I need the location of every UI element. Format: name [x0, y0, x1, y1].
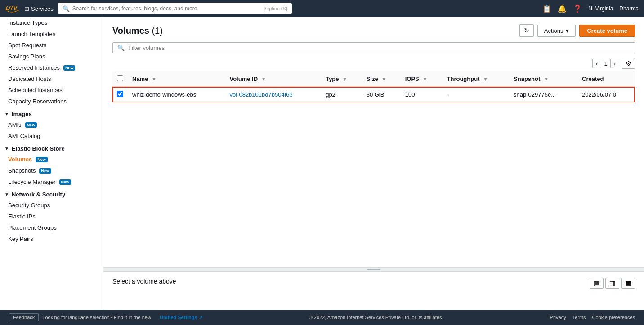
cell-name: whiz-demo-windows-ebs [128, 87, 225, 102]
bell-icon[interactable]: 🔔 [558, 4, 567, 13]
sidebar-item-capacity-reservations[interactable]: Capacity Reservations [0, 96, 103, 107]
footer: Feedback Looking for language selection?… [0, 310, 644, 325]
cookie-link[interactable]: Cookie preferences [592, 315, 635, 320]
top-navigation: ⊞ Services 🔍 [Option+S] 📋 🔔 ❓ N. Virgini… [0, 0, 644, 17]
sidebar-item-lifecycle-manager[interactable]: Lifecycle ManagerNew [0, 176, 103, 187]
select-all-checkbox[interactable] [117, 75, 123, 81]
feedback-button[interactable]: Feedback [9, 313, 39, 321]
nav-right: 📋 🔔 ❓ N. Virginia Dharma [542, 4, 639, 13]
col-created[interactable]: Created [577, 71, 635, 87]
search-shortcut: [Option+S] [264, 6, 287, 11]
services-menu[interactable]: ⊞ Services [24, 5, 54, 12]
table-row[interactable]: whiz-demo-windows-ebsvol-082b101bd7b504f… [112, 87, 635, 102]
filter-bar[interactable]: 🔍 [112, 42, 635, 53]
sidebar-item-instance-types[interactable]: Instance Types [0, 17, 103, 28]
main-content: Volumes (1) ↻ Actions ▾ Create volume 🔍 [103, 17, 644, 325]
sort-icon-iops: ▼ [422, 76, 427, 82]
volumes-table: Name ▼ Volume ID ▼ Type ▼ Size ▼ IOPS ▼ … [112, 71, 635, 102]
sidebar-group-ebs[interactable]: ▼ Elastic Block Store [0, 142, 103, 154]
row-checkbox[interactable] [117, 91, 123, 97]
cell-size: 30 GiB [362, 87, 401, 102]
sidebar-group-images[interactable]: ▼ Images [0, 107, 103, 119]
volumes-content: Volumes (1) ↻ Actions ▾ Create volume 🔍 [103, 17, 644, 267]
filter-icon: 🔍 [117, 45, 125, 51]
sidebar-item-placement-groups[interactable]: Placement Groups [0, 222, 103, 233]
sidebar-item-key-pairs[interactable]: Key Pairs [0, 233, 103, 245]
next-page-button[interactable]: › [610, 59, 619, 68]
page-header: Volumes (1) ↻ Actions ▾ Create volume [112, 24, 635, 37]
col-throughput[interactable]: Throughput ▼ [443, 71, 510, 87]
sidebar-item-security-groups[interactable]: Security Groups [0, 200, 103, 211]
terms-link[interactable]: Terms [572, 315, 586, 320]
badge-new: New [63, 65, 76, 71]
region-selector[interactable]: N. Virginia [588, 5, 613, 12]
col-size[interactable]: Size ▼ [362, 71, 401, 87]
page-number: 1 [604, 60, 607, 67]
page-title-area: Volumes (1) [112, 26, 163, 36]
sidebar-item-ami-catalog[interactable]: AMI Catalog [0, 130, 103, 142]
aws-logo[interactable] [5, 4, 20, 14]
sidebar-item-dedicated-hosts[interactable]: Dedicated Hosts [0, 73, 103, 85]
refresh-button[interactable]: ↻ [519, 24, 534, 37]
sidebar: Instance TypesLaunch TemplatesSpot Reque… [0, 17, 103, 325]
sort-icon-type: ▼ [342, 76, 347, 82]
privacy-link[interactable]: Privacy [550, 315, 566, 320]
sort-icon-snapshot: ▼ [544, 76, 549, 82]
search-input[interactable] [72, 5, 261, 12]
table-header-row: Name ▼ Volume ID ▼ Type ▼ Size ▼ IOPS ▼ … [112, 71, 635, 87]
services-label: Services [31, 5, 54, 12]
cell-iops: 100 [401, 87, 443, 102]
col-iops[interactable]: IOPS ▼ [401, 71, 443, 87]
volume-id-link[interactable]: vol-082b101bd7b504f63 [229, 91, 292, 98]
footer-links: Privacy Terms Cookie preferences [550, 315, 635, 320]
sidebar-item-reserved-instances[interactable]: Reserved InstancesNew [0, 62, 103, 73]
unified-settings-link[interactable]: Unified Settings ↗ [160, 315, 202, 320]
notifications-icon[interactable]: 📋 [542, 4, 551, 13]
header-actions: ↻ Actions ▾ Create volume [519, 24, 635, 37]
badge-new: New [25, 122, 37, 128]
footer-copyright: © 2022, Amazon Internet Services Private… [309, 315, 443, 320]
cell-type: gp2 [321, 87, 362, 102]
cell-snapshot: snap-029775e... [509, 87, 577, 102]
select-all-header[interactable] [112, 71, 128, 87]
table-settings-button[interactable]: ⚙ [622, 58, 635, 69]
create-volume-button[interactable]: Create volume [579, 25, 635, 37]
filter-input[interactable] [128, 45, 630, 51]
page-title: Volumes [112, 26, 152, 36]
ebs-group-label: Elastic Block Store [12, 145, 65, 152]
help-icon[interactable]: ❓ [573, 4, 582, 13]
col-name[interactable]: Name ▼ [128, 71, 225, 87]
sidebar-item-spot-requests[interactable]: Spot Requests [0, 40, 103, 51]
badge-new: New [39, 168, 51, 174]
table-meta: ‹ 1 › ⚙ [112, 58, 635, 69]
user-menu[interactable]: Dharma [619, 5, 639, 12]
resize-handle-icon [367, 269, 380, 270]
sidebar-group-network[interactable]: ▼ Network & Security [0, 187, 103, 200]
sort-icon-name: ▼ [152, 76, 157, 82]
arrow-icon: ▼ [4, 111, 9, 116]
app-layout: Instance TypesLaunch TemplatesSpot Reque… [0, 17, 644, 325]
sidebar-item-amis[interactable]: AMIsNew [0, 119, 103, 130]
images-group-label: Images [12, 111, 32, 117]
col-type[interactable]: Type ▼ [321, 71, 362, 87]
actions-button[interactable]: Actions ▾ [537, 25, 576, 37]
panel-tab-3[interactable]: ▦ [621, 278, 635, 289]
cell-throughput: - [443, 87, 510, 102]
panel-tab-2[interactable]: ▥ [605, 278, 619, 289]
arrow-icon-ebs: ▼ [4, 146, 9, 151]
col-snapshot[interactable]: Snapshot ▼ [509, 71, 577, 87]
prev-page-button[interactable]: ‹ [592, 59, 601, 68]
sort-icon-size: ▼ [381, 76, 386, 82]
panel-tab-1[interactable]: ▤ [590, 278, 604, 289]
sidebar-item-savings-plans[interactable]: Savings Plans [0, 51, 103, 62]
resize-divider[interactable] [103, 267, 644, 271]
bottom-panel-tabs: ▤ ▥ ▦ [590, 278, 635, 289]
sort-icon-throughput: ▼ [483, 76, 488, 82]
sidebar-item-scheduled-instances[interactable]: Scheduled Instances [0, 85, 103, 96]
col-volume-id[interactable]: Volume ID ▼ [225, 71, 321, 87]
global-search-bar[interactable]: 🔍 [Option+S] [58, 3, 292, 14]
sidebar-item-snapshots[interactable]: SnapshotsNew [0, 165, 103, 176]
sidebar-item-volumes[interactable]: VolumesNew [0, 154, 103, 165]
sidebar-item-elastic-ips[interactable]: Elastic IPs [0, 211, 103, 222]
sidebar-item-launch-templates[interactable]: Launch Templates [0, 28, 103, 40]
